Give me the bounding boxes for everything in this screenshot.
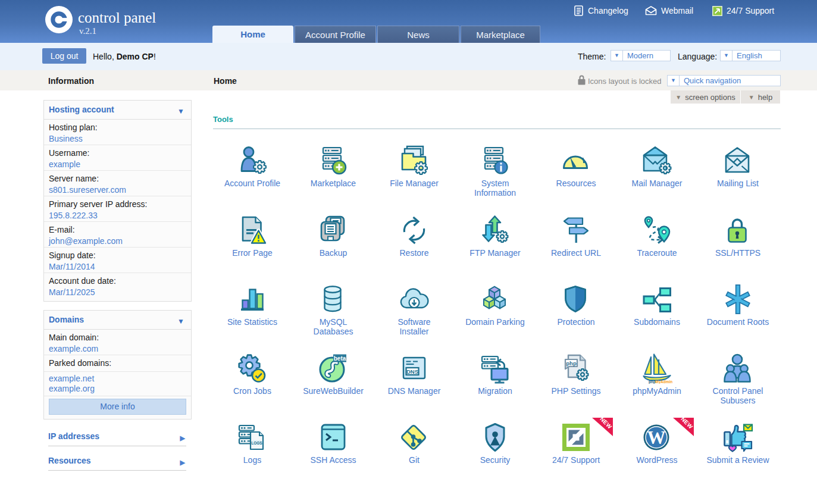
svg-text:beta: beta: [334, 355, 346, 362]
svg-text:LOGS: LOGS: [251, 441, 262, 445]
svg-text:MyAdmin: MyAdmin: [655, 380, 672, 384]
svg-text:php: php: [566, 360, 577, 367]
svg-text:W: W: [647, 427, 666, 448]
svg-text:DNS: DNS: [406, 368, 418, 375]
